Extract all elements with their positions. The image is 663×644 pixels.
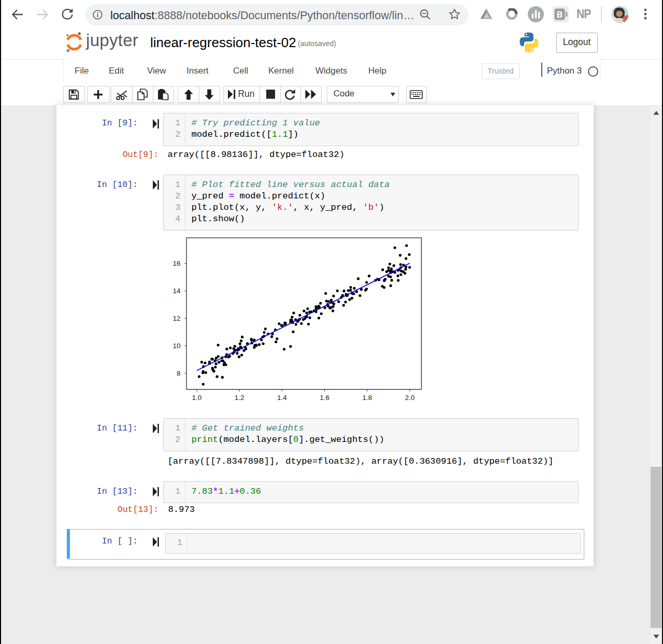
svg-text:16: 16: [172, 260, 180, 267]
svg-text:1.0: 1.0: [192, 394, 202, 402]
svg-text:12: 12: [172, 314, 180, 322]
svg-text:1.6: 1.6: [320, 394, 329, 402]
svg-text:B: B: [557, 10, 563, 19]
svg-text:1.4: 1.4: [277, 394, 287, 402]
svg-text:1.8: 1.8: [363, 394, 372, 402]
svg-text:2.0: 2.0: [405, 394, 415, 402]
svg-text:8: 8: [177, 369, 181, 377]
svg-text:10: 10: [172, 342, 180, 350]
svg-text:1.2: 1.2: [235, 394, 244, 402]
svg-text:14: 14: [172, 287, 181, 295]
